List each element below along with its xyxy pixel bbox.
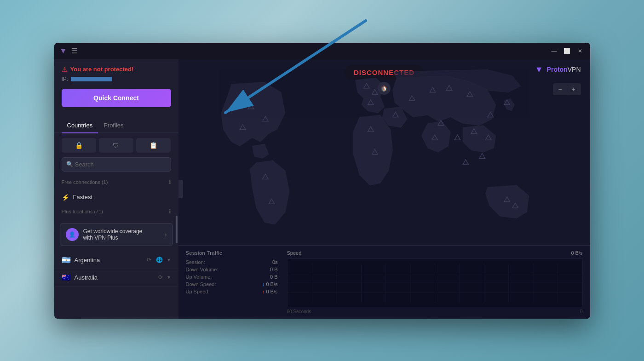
argentina-globe-icon[interactable]: 🌐 [155,256,164,264]
shield-filter-button[interactable]: 🛡 [99,138,133,153]
australia-actions: ⟳ ▾ [157,273,171,281]
argentina-flag-icon: 🇦🇷 [62,256,71,264]
plus-locations-info-icon[interactable]: ℹ [169,208,171,215]
australia-flag-icon: 🇦🇺 [62,273,71,282]
session-val-down-volume: 0 B [259,267,278,272]
fastest-item[interactable]: ⚡ Fastest [54,190,178,205]
speed-header: Speed 0 B/s [287,250,583,256]
close-button[interactable]: ✕ [575,46,585,56]
ip-label: IP: [62,76,69,82]
promo-title-line2: with VPN Plus [83,235,160,241]
promo-title-line1: Get worldwide coverage [83,228,160,235]
session-traffic-title: Session Traffic [186,250,278,256]
hamburger-menu-icon[interactable]: ☰ [71,46,78,55]
country-list: 🇦🇷 Argentina ⟳ 🌐 ▾ 🇦🇺 Australia ⟳ ▾ [54,250,178,319]
graph-time-label: 60 Seconds [287,309,311,314]
window-controls: — ⬜ ✕ [550,46,585,56]
session-key-up-speed: Up Speed: [186,289,210,294]
argentina-reconnect-icon[interactable]: ⟳ [146,256,152,264]
ip-value-masked [71,77,112,81]
maximize-button[interactable]: ⬜ [563,46,572,56]
session-val-up-speed: ↑ 0 B/s [259,289,278,294]
search-container: 🔍 [54,157,178,172]
fastest-label: Fastest [73,194,93,201]
search-icon: 🔍 [66,161,73,167]
session-val-down-speed: ↓ 0 B/s [259,281,278,287]
world-map-svg [178,59,590,245]
title-bar: ▼ ☰ — ⬜ ✕ [54,43,590,59]
right-panel: ‹ DISCONNECTED 🏠 ▼ ProtonVPN − [178,59,590,319]
sidebar: ⚠ You are not protected! IP: Quick Conne… [54,59,178,319]
protection-status: ⚠ You are not protected! [62,66,171,73]
session-panel: Session Traffic Session: 0s Down Volume:… [178,245,590,319]
svg-marker-24 [479,153,485,158]
ip-row: IP: [62,76,171,82]
australia-country-name: Australia [75,274,157,281]
australia-expand-icon[interactable]: ▾ [167,273,171,281]
search-wrapper: 🔍 [62,157,171,172]
session-row-up-speed: Up Speed: ↑ 0 B/s [186,289,278,294]
free-connections-info-icon[interactable]: ℹ [169,179,171,185]
app-logo-icon: ▼ [60,47,67,55]
warning-icon: ⚠ [62,66,68,73]
session-row-session: Session: 0s [186,259,278,265]
vpn-plus-promo[interactable]: 👤 Get worldwide coverage with VPN Plus › [60,223,173,246]
session-val-session: 0s [259,259,278,265]
minimize-button[interactable]: — [550,46,559,56]
sidebar-header: ⚠ You are not protected! IP: Quick Conne… [54,59,178,118]
argentina-country-name: Argentina [75,257,146,264]
tab-countries[interactable]: Countries [62,118,98,133]
session-val-up-volume: 0 B [259,274,278,280]
country-item-argentina[interactable]: 🇦🇷 Argentina ⟳ 🌐 ▾ [54,252,178,269]
notes-filter-button[interactable]: 📋 [136,138,171,153]
session-row-down-volume: Down Volume: 0 B [186,267,278,272]
speed-graph [287,258,583,307]
tab-profiles[interactable]: Profiles [98,118,129,133]
session-key-down-speed: Down Speed: [186,281,216,287]
plus-locations-label: Plus locations (71) [62,209,104,214]
session-row-down-speed: Down Speed: ↓ 0 B/s [186,281,278,287]
speed-title: Speed [287,250,302,256]
tab-bar: Countries Profiles [54,118,178,133]
argentina-actions: ⟳ 🌐 ▾ [146,256,171,264]
session-row-up-volume: Up Volume: 0 B [186,274,278,280]
svg-marker-19 [454,135,460,140]
sidebar-collapse-button[interactable]: ‹ [178,180,183,198]
session-key-session: Session: [186,259,205,265]
speed-graph-panel: Speed 0 B/s [287,250,583,314]
free-connections-label: Free connections (1) [62,179,108,185]
session-traffic-panel: Session Traffic Session: 0s Down Volume:… [186,250,278,314]
search-input[interactable] [62,157,171,172]
session-key-down-volume: Down Volume: [186,267,218,272]
quick-connect-button[interactable]: Quick Connect [62,89,171,107]
australia-reconnect-icon[interactable]: ⟳ [157,273,164,281]
promo-avatar-icon: 👤 [69,231,75,238]
lock-filter-button[interactable]: 🔒 [62,138,96,153]
graph-footer: 60 Seconds 0 [287,309,583,314]
promo-text: Get worldwide coverage with VPN Plus [83,228,160,241]
argentina-expand-icon[interactable]: ▾ [167,256,171,264]
world-map [178,59,590,245]
filter-icons: 🔒 🛡 📋 [54,138,178,153]
session-key-up-volume: Up Volume: [186,274,212,280]
plus-locations-header: Plus locations (71) ℹ [54,206,178,217]
speed-value: 0 B/s [571,250,582,256]
bolt-icon: ⚡ [62,194,69,201]
graph-value-label: 0 [580,309,583,314]
svg-marker-25 [463,160,469,165]
scroll-indicator [176,216,178,243]
not-protected-label: You are not protected! [70,66,134,73]
promo-avatar: 👤 [66,228,79,241]
free-connections-header: Free connections (1) ℹ [54,177,178,187]
promo-chevron-right-icon: › [165,231,167,238]
app-window: ▼ ☰ — ⬜ ✕ ⚠ You are not protected! IP: [54,43,590,319]
main-content: ⚠ You are not protected! IP: Quick Conne… [54,59,590,319]
country-item-australia[interactable]: 🇦🇺 Australia ⟳ ▾ [54,269,178,287]
